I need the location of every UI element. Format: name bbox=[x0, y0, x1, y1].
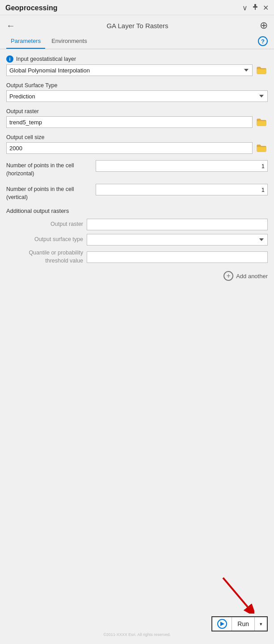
additional-surface-type-label: Output surface type bbox=[6, 236, 87, 244]
output-raster-input[interactable] bbox=[6, 116, 253, 128]
input-layer-folder-button[interactable] bbox=[255, 64, 268, 76]
tool-header: ← GA Layer To Rasters ⊕ bbox=[0, 15, 274, 35]
points-vertical-input[interactable] bbox=[96, 184, 268, 195]
additional-output-raster-input[interactable] bbox=[87, 219, 268, 230]
title-bar: Geoprocessing ∨ ✕ bbox=[0, 0, 274, 15]
output-cell-size-folder-button[interactable] bbox=[255, 142, 268, 154]
points-vertical-group: Number of points in the cell (vertical) bbox=[6, 184, 268, 201]
quantile-label: Quantile or probability threshold value bbox=[6, 249, 87, 265]
svg-rect-1 bbox=[253, 6, 257, 8]
tabs-bar: Parameters Environments ? bbox=[0, 35, 274, 49]
output-cell-size-group: Output cell size bbox=[6, 134, 268, 154]
points-horizontal-group: Number of points in the cell (horizontal… bbox=[6, 160, 268, 178]
watermark: ©2011-XXXX Esri. All rights reserved. bbox=[6, 632, 268, 637]
form-content: i Input geostatistical layer Global Poly… bbox=[0, 49, 274, 281]
pin-icon[interactable] bbox=[252, 4, 258, 12]
output-surface-type-row: Prediction Prediction Standard Error Pro… bbox=[6, 90, 268, 102]
input-layer-select[interactable]: Global Polynomial Interpolation bbox=[6, 64, 253, 76]
run-dropdown-button[interactable]: ▾ bbox=[254, 617, 267, 631]
output-cell-size-label: Output cell size bbox=[6, 134, 268, 140]
additional-output-rasters-section: Additional output rasters Output raster … bbox=[6, 208, 268, 265]
red-arrow-icon bbox=[219, 573, 254, 614]
tab-environments[interactable]: Environments bbox=[47, 35, 91, 49]
add-another-row: + Add another bbox=[6, 271, 268, 281]
output-raster-group: Output raster bbox=[6, 108, 268, 128]
output-raster-label: Output raster bbox=[6, 108, 268, 114]
tool-title: GA Layer To Rasters bbox=[15, 22, 260, 30]
additional-section-title: Additional output rasters bbox=[6, 208, 268, 214]
add-another-label: Add another bbox=[236, 273, 268, 280]
title-bar-controls: ∨ ✕ bbox=[242, 4, 269, 12]
quantile-input[interactable] bbox=[87, 251, 268, 263]
output-cell-size-input[interactable] bbox=[6, 142, 253, 154]
svg-rect-2 bbox=[255, 8, 256, 10]
additional-surface-type-select[interactable]: Prediction Prediction Standard Error Pro… bbox=[87, 234, 268, 246]
output-surface-type-label: Output Surface Type bbox=[6, 82, 268, 89]
tab-parameters[interactable]: Parameters bbox=[6, 35, 45, 49]
play-circle bbox=[217, 619, 227, 629]
additional-output-raster-row: Output raster bbox=[6, 219, 268, 230]
run-row: Run ▾ bbox=[6, 616, 268, 631]
help-button[interactable]: ? bbox=[258, 36, 268, 46]
output-surface-type-select[interactable]: Prediction Prediction Standard Error Pro… bbox=[6, 90, 268, 102]
add-circle-icon: + bbox=[223, 271, 233, 281]
output-raster-row bbox=[6, 116, 268, 128]
input-layer-label: i Input geostatistical layer bbox=[6, 55, 268, 63]
points-vertical-label: Number of points in the cell (vertical) bbox=[6, 184, 96, 201]
back-button[interactable]: ← bbox=[6, 21, 15, 31]
info-icon[interactable]: i bbox=[6, 55, 13, 63]
add-another-button[interactable]: + Add another bbox=[223, 271, 268, 281]
svg-line-4 bbox=[223, 578, 248, 607]
bottom-area: Run ▾ ©2011-XXXX Esri. All rights reserv… bbox=[0, 569, 274, 644]
additional-output-raster-label: Output raster bbox=[6, 220, 87, 229]
collapse-icon[interactable]: ∨ bbox=[242, 4, 248, 12]
add-icon[interactable]: ⊕ bbox=[260, 20, 268, 31]
points-horizontal-label: Number of points in the cell (horizontal… bbox=[6, 160, 96, 178]
arrow-area bbox=[6, 573, 268, 614]
input-layer-row: Global Polynomial Interpolation bbox=[6, 64, 268, 76]
quantile-row: Quantile or probability threshold value bbox=[6, 249, 268, 265]
run-button-container[interactable]: Run ▾ bbox=[211, 616, 268, 631]
run-label: Run bbox=[232, 620, 254, 627]
output-cell-size-row bbox=[6, 142, 268, 154]
close-icon[interactable]: ✕ bbox=[263, 4, 269, 12]
page-wrapper: Geoprocessing ∨ ✕ ← GA Layer To Rasters … bbox=[0, 0, 274, 644]
points-horizontal-input[interactable] bbox=[96, 160, 268, 172]
run-play-icon bbox=[212, 617, 232, 631]
input-layer-group: i Input geostatistical layer Global Poly… bbox=[6, 55, 268, 76]
additional-surface-type-row: Output surface type Prediction Predictio… bbox=[6, 234, 268, 246]
app-title: Geoprocessing bbox=[5, 4, 57, 12]
play-triangle bbox=[220, 622, 224, 626]
output-raster-folder-button[interactable] bbox=[255, 116, 268, 128]
output-surface-type-group: Output Surface Type Prediction Predictio… bbox=[6, 82, 268, 102]
